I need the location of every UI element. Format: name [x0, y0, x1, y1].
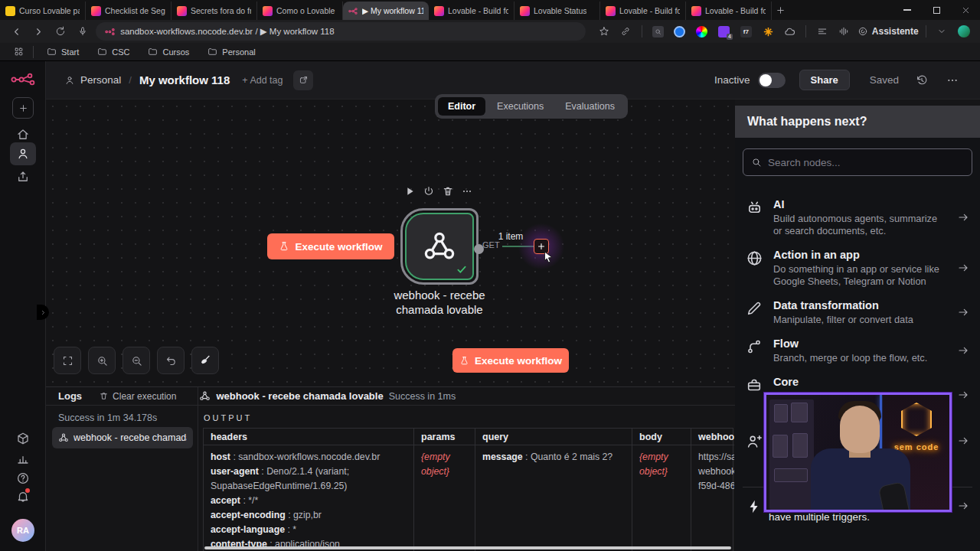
undo-button[interactable]	[157, 347, 185, 374]
extension-colorwheel[interactable]	[693, 22, 710, 41]
apps-grid-button[interactable]	[9, 43, 28, 61]
node-search-input[interactable]	[768, 157, 964, 168]
user-avatar[interactable]: RA	[11, 519, 34, 542]
node-category-flow[interactable]: FlowBranch, merge or loop the flow, etc.	[744, 337, 971, 364]
share-button[interactable]: Share	[799, 70, 850, 90]
workflow-canvas[interactable]: Execute workflow 1 item GET webhook - re…	[46, 99, 735, 386]
home-icon	[16, 128, 30, 142]
workflow-title[interactable]: My workflow 118	[139, 73, 230, 86]
node-output-connector[interactable]	[474, 244, 484, 254]
node-category-ai[interactable]: AIBuild autonomous agents, summarize or …	[744, 197, 971, 237]
log-detail-header[interactable]: webhook - recebe chamada lovable Success…	[199, 390, 456, 402]
maximize-button[interactable]	[922, 0, 951, 20]
more-options-button[interactable]	[943, 71, 962, 90]
add-tag-button[interactable]: + Add tag	[242, 75, 283, 86]
sidebar-home-button[interactable]	[16, 128, 30, 142]
address-bar[interactable]: sandbox-workflows.nocode.dev.br / ▶ My w…	[96, 22, 586, 41]
bookmark-folder-personal[interactable]: Personal	[200, 47, 263, 57]
add-workflow-button[interactable]	[12, 97, 34, 119]
reload-icon	[55, 26, 66, 37]
logs-panel: Logs Clear execution webhook - recebe ch…	[46, 386, 735, 551]
bookmark-folder-cursos[interactable]: Cursos	[140, 47, 197, 57]
browser-tab[interactable]: Checklist de Segurança e f	[86, 2, 172, 20]
node-label[interactable]: webhook - recebe chamada lovable	[372, 288, 507, 317]
column-header[interactable]: headers	[204, 429, 413, 445]
node-search-box[interactable]	[743, 148, 972, 176]
extension-cloud[interactable]	[782, 22, 799, 41]
person-icon	[64, 75, 75, 86]
audio-button[interactable]	[835, 22, 853, 41]
browser-tab[interactable]: Lovable - Build for the we	[686, 2, 772, 20]
logs-title: Logs	[58, 390, 82, 402]
new-tab-button[interactable]	[772, 2, 789, 18]
node-category-data-transformation[interactable]: Data transformationManipulate, filter or…	[744, 298, 971, 326]
column-header[interactable]: query	[475, 429, 632, 445]
column-header[interactable]: params	[414, 429, 475, 445]
execute-workflow-button[interactable]: Execute workflow	[267, 233, 394, 259]
history-button[interactable]	[913, 71, 931, 90]
browser-tab[interactable]: Lovable Status	[514, 2, 600, 20]
extension-starburst[interactable]	[760, 22, 777, 41]
sidebar-templates-button[interactable]	[16, 432, 30, 445]
category-desc: Do something in an app or service like G…	[773, 263, 948, 288]
browser-tab[interactable]: Como o Lovable protege	[257, 2, 343, 20]
back-button[interactable]	[8, 22, 25, 41]
mic-button[interactable]	[74, 22, 91, 41]
webhook-icon	[58, 432, 69, 443]
browser-tab-active[interactable]: ▶ My workflow 118 - n8n	[343, 2, 429, 20]
node-deactivate-button[interactable]	[423, 185, 435, 197]
sidebar-insights-button[interactable]	[16, 452, 30, 465]
browser-tab[interactable]: Lovable - Build for the we	[429, 2, 514, 20]
column-query: query message : Quanto é 2 mais 2?	[475, 429, 632, 551]
reload-button[interactable]	[52, 22, 70, 41]
browser-tab[interactable]: Secrets fora do front: Inse	[172, 2, 257, 20]
zoom-to-fit-button[interactable]	[54, 347, 81, 374]
log-detail-status: Success in 1ms	[389, 391, 456, 402]
sidebar-notifications-button[interactable]	[16, 490, 30, 504]
extension-purple[interactable]: 4	[715, 22, 733, 41]
extension-search-tile[interactable]	[649, 22, 667, 41]
node-more-button[interactable]	[461, 185, 473, 197]
log-detail-title: webhook - recebe chamada lovable	[216, 390, 383, 402]
extension-f7[interactable]: f7	[737, 22, 755, 41]
node-delete-button[interactable]	[442, 185, 454, 197]
column-header[interactable]: body	[632, 429, 691, 445]
column-header[interactable]: webhookU	[691, 429, 734, 445]
tab-executions[interactable]: Executions	[487, 97, 554, 116]
sidebar-personal-button[interactable]	[10, 142, 36, 165]
breadcrumb-project[interactable]: Personal	[80, 74, 121, 86]
open-external-button[interactable]	[293, 70, 313, 90]
execute-workflow-button-bottom[interactable]: Execute workflow	[452, 348, 569, 373]
toolbar-chevron-button[interactable]	[933, 22, 951, 41]
clear-execution-button[interactable]: Clear execution	[99, 391, 176, 402]
browser-tab[interactable]: Lovable - Build for the we	[600, 2, 686, 20]
extension-1password[interactable]	[671, 22, 689, 41]
bookmark-label: Start	[61, 47, 79, 57]
node-play-button[interactable]	[403, 185, 416, 197]
node-category-action-in-app[interactable]: Action in an appDo something in an app o…	[744, 248, 971, 288]
bookmark-star-button[interactable]	[595, 22, 612, 41]
tab-editor[interactable]: Editor	[438, 97, 485, 116]
minimize-button[interactable]	[893, 0, 922, 20]
sidebar-help-button[interactable]	[16, 471, 30, 485]
tidy-up-button[interactable]	[191, 347, 219, 374]
bookmark-folder-start[interactable]: Start	[39, 47, 87, 57]
log-node-item[interactable]: webhook - recebe chamada l...	[52, 427, 193, 448]
reading-list-button[interactable]	[813, 22, 831, 41]
branch-icon	[746, 338, 763, 355]
tab-evaluations[interactable]: Evaluations	[555, 97, 625, 116]
bookmark-folder-csc[interactable]: CSC	[90, 47, 137, 57]
profile-button[interactable]	[955, 22, 972, 41]
webhook-node[interactable]	[400, 208, 479, 285]
pencil-icon	[746, 300, 763, 317]
assistant-button[interactable]: Assistente	[858, 26, 919, 37]
sidebar-share-button[interactable]	[16, 170, 30, 184]
forward-button[interactable]	[30, 22, 47, 41]
browser-tab[interactable]: Curso Lovable para Inician	[0, 2, 86, 20]
close-button[interactable]	[951, 0, 980, 20]
active-toggle[interactable]	[758, 73, 786, 88]
horizontal-scrollbar[interactable]	[204, 546, 731, 549]
zoom-in-button[interactable]	[88, 347, 116, 374]
share-link-button[interactable]	[617, 22, 635, 41]
zoom-out-button[interactable]	[122, 347, 150, 374]
